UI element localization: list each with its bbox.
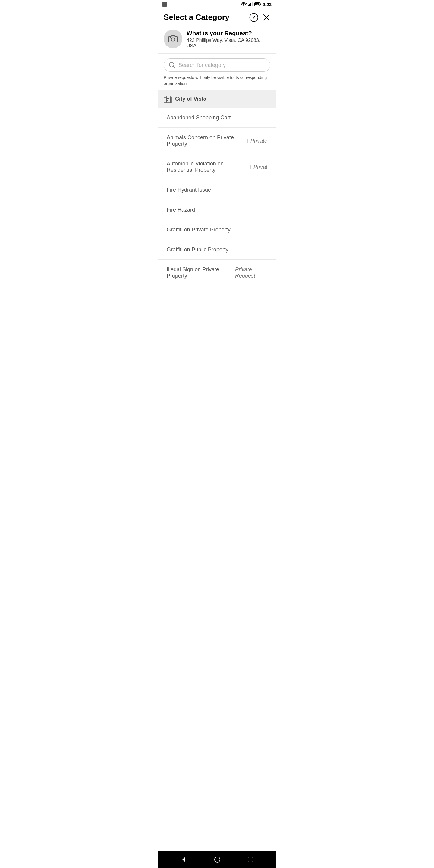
avatar (164, 30, 182, 48)
category-item[interactable]: Abandoned Shopping Cart (158, 108, 276, 128)
category-name: Animals Concern on Private Property (167, 134, 244, 147)
status-bar-left (162, 1, 167, 7)
privacy-note: Private requests will only be visible to… (164, 75, 270, 87)
status-bar: ⚡ 9:22 (158, 0, 276, 8)
svg-rect-26 (168, 97, 169, 97)
category-private-label: Private Request (235, 267, 267, 279)
search-icon (169, 62, 176, 68)
header: Select a Category ? (158, 8, 276, 26)
category-item[interactable]: Illegal Sign on Private Property | Priva… (158, 260, 276, 286)
category-divider: | (231, 270, 233, 276)
wifi-icon (241, 2, 247, 6)
svg-rect-21 (164, 98, 165, 99)
category-divider: | (250, 164, 251, 170)
help-button[interactable]: ? (249, 13, 258, 22)
request-text: What is your Request? 422 Phillips Way, … (187, 29, 270, 49)
search-section: Private requests will only be visible to… (158, 54, 276, 90)
page-title: Select a Category (164, 13, 229, 22)
category-name: Illegal Sign on Private Property (167, 267, 229, 279)
city-icon (164, 95, 172, 103)
category-item[interactable]: Fire Hydrant Issue (158, 180, 276, 200)
category-name: Graffiti on Public Property (167, 247, 228, 253)
category-divider: | (247, 138, 248, 144)
notification-icon (162, 1, 167, 7)
request-title: What is your Request? (187, 29, 270, 37)
recents-icon (247, 857, 253, 863)
svg-rect-23 (164, 100, 165, 100)
category-item[interactable]: Automobile Violation on Residential Prop… (158, 154, 276, 180)
category-list: Abandoned Shopping CartAnimals Concern o… (158, 108, 276, 851)
home-button[interactable] (212, 854, 223, 865)
svg-point-32 (215, 857, 220, 862)
svg-rect-25 (167, 97, 168, 97)
category-item[interactable]: Fire Hazard (158, 200, 276, 220)
svg-rect-28 (168, 98, 169, 99)
category-name: Automobile Violation on Residential Prop… (167, 161, 247, 173)
back-icon (181, 856, 187, 863)
svg-point-13 (170, 37, 171, 38)
section-header-label: City of Vista (175, 96, 207, 102)
category-private-label: Private (250, 138, 267, 144)
svg-point-12 (172, 38, 175, 41)
help-icon: ? (249, 13, 258, 22)
svg-rect-2 (250, 3, 251, 6)
category-private-label: Privat (253, 164, 267, 170)
svg-line-17 (173, 66, 175, 68)
category-name: Fire Hydrant Issue (167, 187, 211, 193)
svg-rect-20 (170, 98, 172, 102)
category-name: Abandoned Shopping Cart (167, 115, 230, 121)
search-input[interactable] (179, 62, 265, 68)
request-address: 422 Phillips Way, Vista, CA 92083, USA (187, 38, 270, 49)
battery-icon: ⚡ (254, 2, 261, 6)
request-info: What is your Request? 422 Phillips Way, … (158, 26, 276, 54)
status-bar-right: ⚡ 9:22 (241, 2, 272, 7)
back-button[interactable] (178, 854, 190, 865)
home-icon (214, 856, 221, 863)
svg-rect-18 (164, 98, 167, 102)
svg-rect-0 (248, 5, 249, 6)
header-actions: ? (249, 13, 270, 22)
signal-icon (248, 2, 253, 6)
category-item[interactable]: Graffiti on Public Property (158, 240, 276, 260)
svg-rect-29 (167, 100, 168, 101)
svg-rect-22 (165, 98, 166, 99)
camera-icon (168, 35, 178, 43)
svg-text:⚡: ⚡ (256, 3, 259, 6)
svg-rect-30 (168, 100, 169, 100)
svg-rect-3 (252, 2, 253, 6)
search-input-wrapper (164, 59, 270, 72)
bottom-nav (158, 851, 276, 868)
category-name: Fire Hazard (167, 207, 195, 213)
svg-rect-1 (249, 4, 250, 6)
svg-rect-24 (165, 100, 166, 100)
svg-rect-27 (167, 98, 168, 99)
svg-rect-33 (248, 857, 253, 862)
close-button[interactable] (262, 13, 270, 22)
category-item[interactable]: Graffiti on Private Property (158, 220, 276, 240)
category-name: Graffiti on Private Property (167, 227, 230, 233)
section-header: City of Vista (158, 90, 276, 108)
close-icon (262, 13, 270, 22)
status-time: 9:22 (262, 2, 272, 7)
svg-marker-31 (182, 857, 185, 862)
svg-rect-5 (260, 4, 261, 5)
svg-text:?: ? (252, 15, 255, 20)
recents-button[interactable] (245, 854, 256, 865)
category-item[interactable]: Animals Concern on Private Property | Pr… (158, 128, 276, 154)
